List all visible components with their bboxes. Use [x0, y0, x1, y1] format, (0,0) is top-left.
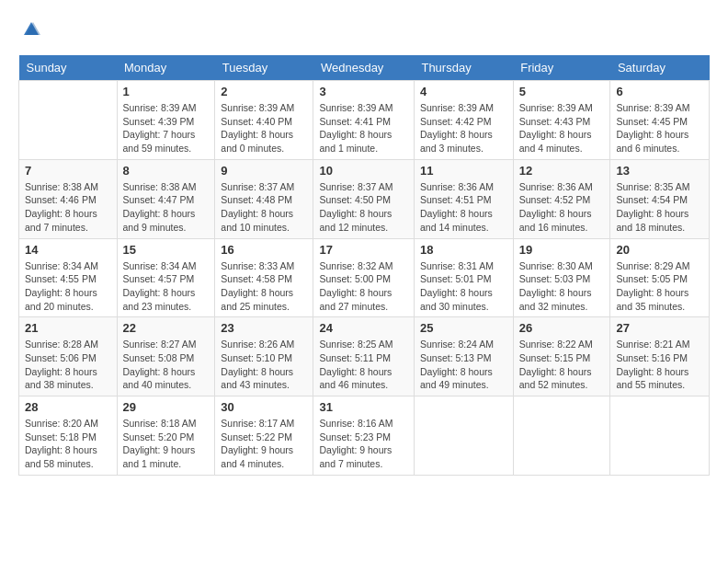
day-cell: 27Sunrise: 8:21 AMSunset: 5:16 PMDayligh… [610, 317, 710, 396]
page-header [18, 18, 710, 40]
day-number: 19 [519, 243, 605, 257]
day-info: Sunrise: 8:27 AMSunset: 5:08 PMDaylight:… [123, 338, 210, 392]
day-info: Sunrise: 8:38 AMSunset: 4:46 PMDaylight:… [25, 180, 111, 235]
day-cell: 8Sunrise: 8:38 AMSunset: 4:47 PMDaylight… [117, 159, 215, 238]
week-row-5: 28Sunrise: 8:20 AMSunset: 5:18 PMDayligh… [19, 396, 710, 476]
week-row-3: 14Sunrise: 8:34 AMSunset: 4:55 PMDayligh… [19, 238, 710, 317]
day-cell: 24Sunrise: 8:25 AMSunset: 5:11 PMDayligh… [313, 317, 415, 396]
day-info: Sunrise: 8:39 AMSunset: 4:41 PMDaylight:… [319, 101, 408, 155]
day-cell: 15Sunrise: 8:34 AMSunset: 4:57 PMDayligh… [117, 238, 215, 317]
weekday-wednesday: Wednesday [313, 55, 415, 81]
day-cell: 16Sunrise: 8:33 AMSunset: 4:58 PMDayligh… [215, 238, 313, 317]
day-number: 28 [25, 400, 111, 414]
day-info: Sunrise: 8:16 AMSunset: 5:23 PMDaylight:… [319, 417, 408, 471]
day-info: Sunrise: 8:39 AMSunset: 4:39 PMDaylight:… [123, 101, 210, 155]
day-number: 26 [519, 321, 605, 335]
day-info: Sunrise: 8:25 AMSunset: 5:11 PMDaylight:… [319, 338, 408, 392]
day-info: Sunrise: 8:31 AMSunset: 5:01 PMDaylight:… [420, 259, 507, 314]
day-info: Sunrise: 8:29 AMSunset: 5:05 PMDaylight:… [616, 259, 703, 314]
day-number: 2 [221, 85, 307, 98]
day-cell: 30Sunrise: 8:17 AMSunset: 5:22 PMDayligh… [215, 396, 313, 476]
day-info: Sunrise: 8:32 AMSunset: 5:00 PMDaylight:… [319, 259, 408, 314]
weekday-monday: Monday [117, 55, 215, 81]
logo-icon [20, 18, 42, 40]
weekday-header: SundayMondayTuesdayWednesdayThursdayFrid… [19, 55, 710, 81]
day-info: Sunrise: 8:34 AMSunset: 4:57 PMDaylight:… [123, 259, 210, 314]
weekday-thursday: Thursday [414, 55, 513, 81]
day-number: 30 [221, 400, 307, 414]
calendar-body: 1Sunrise: 8:39 AMSunset: 4:39 PMDaylight… [19, 81, 710, 476]
day-cell: 3Sunrise: 8:39 AMSunset: 4:41 PMDaylight… [313, 81, 415, 160]
day-number: 21 [25, 321, 111, 335]
week-row-1: 1Sunrise: 8:39 AMSunset: 4:39 PMDaylight… [19, 81, 710, 160]
day-cell: 1Sunrise: 8:39 AMSunset: 4:39 PMDaylight… [117, 81, 215, 160]
day-cell: 12Sunrise: 8:36 AMSunset: 4:52 PMDayligh… [513, 159, 610, 238]
day-info: Sunrise: 8:39 AMSunset: 4:42 PMDaylight:… [420, 101, 507, 155]
day-cell: 17Sunrise: 8:32 AMSunset: 5:00 PMDayligh… [313, 238, 415, 317]
day-number: 17 [319, 243, 408, 257]
day-info: Sunrise: 8:37 AMSunset: 4:48 PMDaylight:… [221, 180, 307, 235]
day-cell: 22Sunrise: 8:27 AMSunset: 5:08 PMDayligh… [117, 317, 215, 396]
day-cell: 2Sunrise: 8:39 AMSunset: 4:40 PMDaylight… [215, 81, 313, 160]
day-info: Sunrise: 8:21 AMSunset: 5:16 PMDaylight:… [616, 338, 703, 392]
day-info: Sunrise: 8:28 AMSunset: 5:06 PMDaylight:… [25, 338, 111, 392]
day-number: 24 [319, 321, 408, 335]
day-cell: 19Sunrise: 8:30 AMSunset: 5:03 PMDayligh… [513, 238, 610, 317]
day-cell [513, 396, 610, 476]
calendar-table: SundayMondayTuesdayWednesdayThursdayFrid… [18, 55, 710, 476]
day-number: 20 [616, 243, 703, 257]
day-number: 23 [221, 321, 307, 335]
day-number: 6 [616, 85, 703, 98]
day-info: Sunrise: 8:18 AMSunset: 5:20 PMDaylight:… [123, 417, 210, 471]
day-number: 16 [221, 243, 307, 257]
day-cell: 29Sunrise: 8:18 AMSunset: 5:20 PMDayligh… [117, 396, 215, 476]
day-number: 5 [519, 85, 605, 98]
weekday-friday: Friday [513, 55, 610, 81]
weekday-sunday: Sunday [19, 55, 118, 81]
day-cell: 23Sunrise: 8:26 AMSunset: 5:10 PMDayligh… [215, 317, 313, 396]
day-number: 8 [123, 164, 210, 178]
day-info: Sunrise: 8:34 AMSunset: 4:55 PMDaylight:… [25, 259, 111, 314]
weekday-saturday: Saturday [610, 55, 710, 81]
day-number: 3 [319, 85, 408, 98]
day-cell: 31Sunrise: 8:16 AMSunset: 5:23 PMDayligh… [313, 396, 415, 476]
day-number: 7 [25, 164, 111, 178]
day-cell: 5Sunrise: 8:39 AMSunset: 4:43 PMDaylight… [513, 81, 610, 160]
day-cell: 10Sunrise: 8:37 AMSunset: 4:50 PMDayligh… [313, 159, 415, 238]
day-info: Sunrise: 8:30 AMSunset: 5:03 PMDaylight:… [519, 259, 605, 314]
logo [18, 18, 42, 40]
day-info: Sunrise: 8:38 AMSunset: 4:47 PMDaylight:… [123, 180, 210, 235]
day-info: Sunrise: 8:26 AMSunset: 5:10 PMDaylight:… [221, 338, 307, 392]
week-row-2: 7Sunrise: 8:38 AMSunset: 4:46 PMDaylight… [19, 159, 710, 238]
day-info: Sunrise: 8:36 AMSunset: 4:52 PMDaylight:… [519, 180, 605, 235]
day-cell [19, 81, 118, 160]
day-cell [414, 396, 513, 476]
day-cell: 28Sunrise: 8:20 AMSunset: 5:18 PMDayligh… [19, 396, 118, 476]
day-number: 15 [123, 243, 210, 257]
day-number: 9 [221, 164, 307, 178]
day-cell: 13Sunrise: 8:35 AMSunset: 4:54 PMDayligh… [610, 159, 710, 238]
week-row-4: 21Sunrise: 8:28 AMSunset: 5:06 PMDayligh… [19, 317, 710, 396]
day-info: Sunrise: 8:22 AMSunset: 5:15 PMDaylight:… [519, 338, 605, 392]
day-number: 11 [420, 164, 507, 178]
day-number: 14 [25, 243, 111, 257]
day-cell [610, 396, 710, 476]
day-info: Sunrise: 8:39 AMSunset: 4:40 PMDaylight:… [221, 101, 307, 155]
day-info: Sunrise: 8:17 AMSunset: 5:22 PMDaylight:… [221, 417, 307, 471]
day-info: Sunrise: 8:20 AMSunset: 5:18 PMDaylight:… [25, 417, 111, 471]
day-info: Sunrise: 8:39 AMSunset: 4:45 PMDaylight:… [616, 101, 703, 155]
weekday-tuesday: Tuesday [215, 55, 313, 81]
day-number: 12 [519, 164, 605, 178]
day-number: 4 [420, 85, 507, 98]
day-cell: 11Sunrise: 8:36 AMSunset: 4:51 PMDayligh… [414, 159, 513, 238]
day-cell: 7Sunrise: 8:38 AMSunset: 4:46 PMDaylight… [19, 159, 118, 238]
day-cell: 21Sunrise: 8:28 AMSunset: 5:06 PMDayligh… [19, 317, 118, 396]
day-number: 10 [319, 164, 408, 178]
day-info: Sunrise: 8:24 AMSunset: 5:13 PMDaylight:… [420, 338, 507, 392]
day-info: Sunrise: 8:35 AMSunset: 4:54 PMDaylight:… [616, 180, 703, 235]
day-number: 31 [319, 400, 408, 414]
day-number: 25 [420, 321, 507, 335]
day-cell: 18Sunrise: 8:31 AMSunset: 5:01 PMDayligh… [414, 238, 513, 317]
day-cell: 14Sunrise: 8:34 AMSunset: 4:55 PMDayligh… [19, 238, 118, 317]
day-number: 27 [616, 321, 703, 335]
